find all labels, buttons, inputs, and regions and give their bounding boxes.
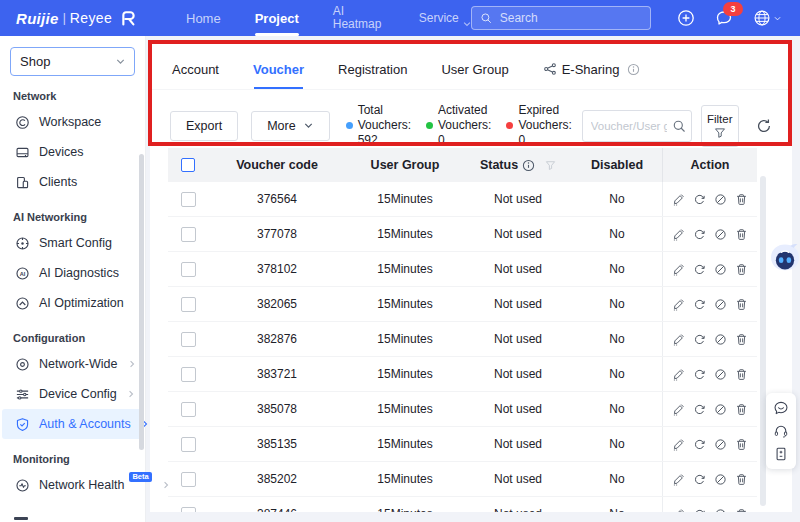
sidebar-item-ai-optimization[interactable]: AI Optimization <box>2 288 143 318</box>
edit-icon[interactable] <box>672 193 685 206</box>
network-wide-icon <box>15 357 30 372</box>
tab-e-sharing[interactable]: E-Sharing <box>543 49 641 89</box>
tab-user-group[interactable]: User Group <box>441 49 508 89</box>
workspace-icon <box>15 115 30 130</box>
global-search[interactable] <box>471 6 651 30</box>
add-circle-icon[interactable] <box>677 9 695 27</box>
export-list-icon[interactable] <box>789 118 792 134</box>
renew-icon[interactable] <box>693 508 706 513</box>
edit-icon[interactable] <box>672 473 685 486</box>
delete-icon[interactable] <box>735 438 748 451</box>
delete-icon[interactable] <box>735 508 748 513</box>
disable-icon[interactable] <box>714 508 727 513</box>
disable-icon[interactable] <box>714 333 727 346</box>
disable-icon[interactable] <box>714 438 727 451</box>
edit-icon[interactable] <box>672 368 685 381</box>
sidebar-item-auth-accounts[interactable]: Auth & Accounts <box>2 409 143 439</box>
workspace-selector[interactable]: Shop <box>10 47 135 76</box>
renew-icon[interactable] <box>693 263 706 276</box>
support-headset-icon[interactable] <box>773 423 789 439</box>
row-checkbox[interactable] <box>181 332 196 347</box>
sidebar-item-workspace[interactable]: Workspace <box>2 107 143 137</box>
renew-icon[interactable] <box>693 403 706 416</box>
sidebar-scrollbar[interactable] <box>139 154 144 450</box>
messages-icon[interactable]: 3 <box>715 9 733 27</box>
edit-icon[interactable] <box>672 263 685 276</box>
export-button[interactable]: Export <box>170 111 238 141</box>
filter-button[interactable]: Filter <box>701 105 739 147</box>
delete-icon[interactable] <box>735 298 748 311</box>
edit-icon[interactable] <box>672 403 685 416</box>
row-checkbox[interactable] <box>181 227 196 242</box>
feedback-chat-icon[interactable] <box>773 400 789 416</box>
delete-icon[interactable] <box>735 263 748 276</box>
more-button[interactable]: More <box>251 111 329 141</box>
renew-icon[interactable] <box>693 298 706 311</box>
tab-registration[interactable]: Registration <box>338 49 407 89</box>
brand-logo[interactable]: Ruijie | Reyee <box>0 9 152 28</box>
voucher-search[interactable] <box>582 110 692 142</box>
row-checkbox[interactable] <box>181 437 196 452</box>
edit-icon[interactable] <box>672 228 685 241</box>
delete-icon[interactable] <box>735 473 748 486</box>
ai-assistant-robot-icon[interactable] <box>767 240 800 278</box>
delete-icon[interactable] <box>735 333 748 346</box>
renew-icon[interactable] <box>693 438 706 451</box>
row-checkbox[interactable] <box>181 192 196 207</box>
global-search-input[interactable] <box>498 10 642 26</box>
status-filter-icon[interactable] <box>545 160 556 171</box>
row-checkbox[interactable] <box>181 507 196 513</box>
delete-icon[interactable] <box>735 403 748 416</box>
voucher-search-input[interactable] <box>583 120 667 132</box>
delete-icon[interactable] <box>735 368 748 381</box>
cell-action <box>662 392 757 426</box>
chevron-right-icon <box>126 389 136 399</box>
refresh-icon[interactable] <box>756 118 772 134</box>
renew-icon[interactable] <box>693 473 706 486</box>
globe-icon <box>753 9 771 27</box>
edit-icon[interactable] <box>672 333 685 346</box>
cell-status: Not used <box>464 332 572 346</box>
renew-icon[interactable] <box>693 228 706 241</box>
select-all-checkbox[interactable] <box>181 158 195 172</box>
disable-icon[interactable] <box>714 368 727 381</box>
renew-icon[interactable] <box>693 368 706 381</box>
sidebar-item-network-wide[interactable]: Network-Wide <box>2 349 143 379</box>
delete-icon[interactable] <box>735 228 748 241</box>
nav-item-home[interactable]: Home <box>186 0 221 36</box>
sidebar-item-smart-config[interactable]: Smart Config <box>2 228 143 258</box>
tab-voucher[interactable]: Voucher <box>253 49 304 89</box>
cell-user-group: 15Minutes <box>346 332 464 346</box>
nav-item-ai-heatmap[interactable]: AI Heatmap <box>333 0 385 36</box>
delete-icon[interactable] <box>735 193 748 206</box>
disable-icon[interactable] <box>714 473 727 486</box>
disable-icon[interactable] <box>714 263 727 276</box>
sidebar-item-network-health[interactable]: Network Health Beta <box>2 470 143 500</box>
sidebar-item-clients[interactable]: Clients <box>2 167 143 197</box>
sidebar-section-label: Configuration <box>13 332 145 344</box>
documentation-icon[interactable] <box>773 446 789 462</box>
edit-icon[interactable] <box>672 298 685 311</box>
edit-icon[interactable] <box>672 508 685 513</box>
row-checkbox[interactable] <box>181 472 196 487</box>
row-checkbox[interactable] <box>181 367 196 382</box>
sidebar-item-device-config[interactable]: Device Config <box>2 379 143 409</box>
renew-icon[interactable] <box>693 193 706 206</box>
row-checkbox[interactable] <box>181 297 196 312</box>
sidebar-item-devices[interactable]: Devices <box>2 137 143 167</box>
language-selector[interactable] <box>753 9 782 27</box>
row-checkbox[interactable] <box>181 262 196 277</box>
nav-item-service[interactable]: Service <box>419 0 471 36</box>
nav-item-project[interactable]: Project <box>255 0 299 36</box>
disable-icon[interactable] <box>714 193 727 206</box>
edit-icon[interactable] <box>672 438 685 451</box>
tab-account[interactable]: Account <box>172 49 219 89</box>
renew-icon[interactable] <box>693 333 706 346</box>
row-checkbox[interactable] <box>181 402 196 417</box>
disable-icon[interactable] <box>714 403 727 416</box>
sidebar-item-ai-diagnostics[interactable]: AI AI Diagnostics <box>2 258 143 288</box>
disable-icon[interactable] <box>714 298 727 311</box>
info-icon[interactable] <box>522 159 535 172</box>
search-icon[interactable] <box>667 111 691 141</box>
disable-icon[interactable] <box>714 228 727 241</box>
